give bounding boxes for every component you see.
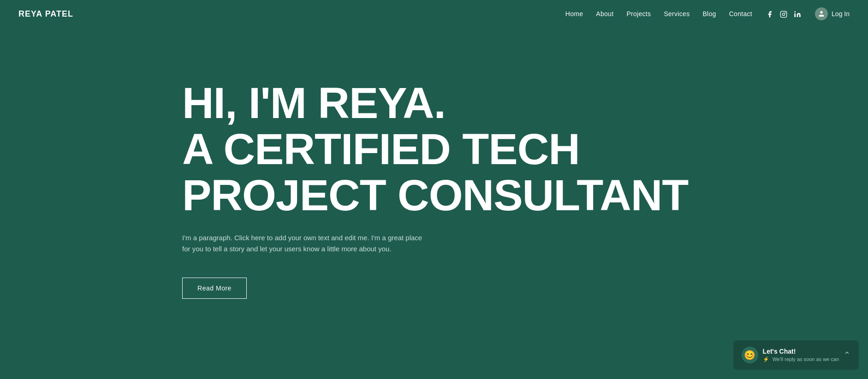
svg-rect-3 xyxy=(794,13,796,17)
nav-right: Home About Projects Services Blog Contac… xyxy=(565,7,850,20)
facebook-icon[interactable] xyxy=(766,10,773,18)
svg-point-4 xyxy=(794,11,796,12)
nav-link-home[interactable]: Home xyxy=(565,10,583,18)
site-logo[interactable]: REYA PATEL xyxy=(18,9,73,19)
lightning-icon: ⚡ xyxy=(763,356,769,362)
svg-rect-0 xyxy=(780,11,786,17)
nav-link-blog[interactable]: Blog xyxy=(702,10,716,18)
nav-link-projects[interactable]: Projects xyxy=(626,10,651,18)
hero-paragraph: I'm a paragraph. Click here to add your … xyxy=(182,232,427,255)
navbar: REYA PATEL Home About Projects Services … xyxy=(0,0,868,28)
nav-link-about[interactable]: About xyxy=(596,10,613,18)
hero-section: HI, I'M REYA. A CERTIFIED TECH PROJECT C… xyxy=(0,0,868,379)
login-button[interactable]: Log In xyxy=(815,7,850,20)
nav-link-services[interactable]: Services xyxy=(664,10,690,18)
chat-emoji-icon: 😊 xyxy=(742,347,758,363)
read-more-button[interactable]: Read More xyxy=(182,278,247,299)
social-links xyxy=(766,10,801,18)
hero-title-line3: PROJECT CONSULTANT xyxy=(182,171,688,219)
chat-subtitle-text: We'll reply as soon as we can xyxy=(773,356,839,362)
chat-title: Let's Chat! xyxy=(763,348,839,355)
chat-close-button[interactable]: ⌃ xyxy=(844,351,850,359)
svg-point-1 xyxy=(782,13,785,15)
chat-widget[interactable]: 😊 Let's Chat! ⚡ We'll reply as soon as w… xyxy=(733,340,859,370)
instagram-icon[interactable] xyxy=(780,10,787,18)
hero-title: HI, I'M REYA. A CERTIFIED TECH PROJECT C… xyxy=(182,80,868,218)
hero-title-line2: A CERTIFIED TECH xyxy=(182,124,580,173)
chat-subtitle: ⚡ We'll reply as soon as we can xyxy=(763,356,839,362)
svg-point-2 xyxy=(785,12,786,13)
nav-links: Home About Projects Services Blog Contac… xyxy=(565,10,752,18)
chat-text-content: Let's Chat! ⚡ We'll reply as soon as we … xyxy=(763,348,839,362)
linkedin-icon[interactable] xyxy=(794,10,801,18)
login-avatar-icon xyxy=(815,7,828,20)
login-label: Log In xyxy=(832,10,850,18)
nav-link-contact[interactable]: Contact xyxy=(729,10,752,18)
svg-point-5 xyxy=(820,11,822,13)
hero-title-line1: HI, I'M REYA. xyxy=(182,78,446,127)
